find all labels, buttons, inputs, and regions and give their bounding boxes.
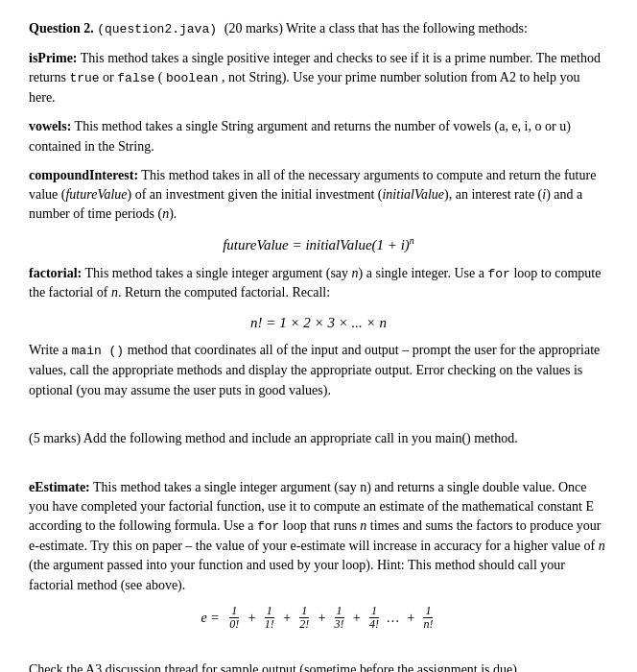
plus1: + (248, 611, 256, 625)
compound-label: compoundInterest: (29, 168, 138, 182)
e-formula-block: e = 1 0! + 1 1! + 1 2! + 1 3! + 1 4! … +… (29, 605, 608, 631)
isprime-section: isPrime: This method takes a single posi… (29, 49, 608, 108)
plus2: + (282, 611, 291, 625)
frac-3: 1 3! (333, 605, 346, 631)
frac-1: 1 1! (263, 605, 276, 631)
compound-desc3: ), an interest rate ( (444, 187, 542, 202)
frac-0-den: 0! (227, 618, 241, 631)
vowels-desc: This method takes a single String argume… (29, 119, 571, 153)
ellipsis: … (388, 611, 399, 625)
factorial-n1: n (352, 266, 359, 280)
question-title: Question 2. (question2.java) (20 marks) … (29, 19, 608, 39)
eestimate-text: eEstimate: This method takes a single in… (29, 478, 608, 595)
main-text: Write a main () method that coordinates … (29, 341, 608, 399)
description: Write a class that has the following met… (286, 21, 528, 36)
factorial-for: for (487, 267, 509, 281)
filename: (question2.java) (97, 22, 224, 36)
question-header: Question 2. (question2.java) (20 marks) … (29, 19, 608, 39)
eestimate-section: eEstimate: This method takes a single in… (29, 478, 608, 595)
formula2-text: n! = 1 × 2 × 3 × ... × n (250, 315, 387, 330)
e-equals: e = (201, 611, 220, 625)
compound-desc2: ) of an investment given the initial inv… (128, 187, 383, 202)
page-container: Question 2. (question2.java) (20 marks) … (0, 0, 637, 672)
isprime-text: isPrime: This method takes a single posi… (29, 49, 608, 108)
plus5: + (406, 611, 414, 625)
vowels-section: vowels: This method takes a single Strin… (29, 117, 608, 156)
isprime-true: true (69, 71, 99, 85)
compound-text: compoundInterest: This method takes in a… (29, 166, 608, 225)
question-number: Question 2. (29, 21, 94, 36)
frac-0: 1 0! (227, 605, 241, 631)
main-write: Write a (29, 343, 72, 357)
factorial-desc2: ) a single integer. Use a (359, 266, 488, 280)
factorial-n2: n (111, 285, 118, 300)
isprime-paren: ( (158, 70, 163, 84)
isprime-label: isPrime: (29, 51, 78, 65)
frac-4-den: 4! (367, 618, 381, 631)
vowels-text: vowels: This method takes a single Strin… (29, 117, 608, 156)
frac-n: 1 n! (421, 605, 435, 631)
factorial-section: factorial: This method takes a single in… (29, 264, 608, 303)
formula1-text: futureValue = initialValue(1 + i)n (223, 237, 414, 252)
plus3: + (318, 611, 326, 625)
eestimate-n2: n (599, 539, 605, 553)
vowels-label: vowels: (29, 119, 71, 133)
isprime-boolean: boolean (166, 71, 219, 85)
formula1-block: futureValue = initialValue(1 + i)n (29, 234, 608, 256)
factorial-desc1: This method takes a single integer argum… (84, 266, 351, 280)
plus4: + (352, 611, 361, 625)
frac-n-den: n! (421, 618, 435, 631)
formula2-block: n! = 1 × 2 × 3 × ... × n (29, 313, 608, 334)
compound-section: compoundInterest: This method takes in a… (29, 166, 608, 225)
frac-3-den: 3! (333, 618, 346, 631)
marks: (20 marks) (224, 21, 286, 36)
frac-4-num: 1 (369, 605, 379, 618)
marks5-text: (5 marks) Add the following method and i… (29, 429, 608, 448)
isprime-or: or (103, 70, 117, 84)
frac-0-num: 1 (229, 605, 239, 618)
factorial-text: factorial: This method takes a single in… (29, 264, 608, 303)
factorial-label: factorial: (29, 266, 82, 280)
check-section: Check the A3 discussion thread for sampl… (29, 660, 608, 672)
frac-2-den: 2! (297, 618, 311, 631)
frac-2: 1 2! (297, 605, 311, 631)
compound-desc5: ). (169, 206, 177, 221)
eestimate-for: for (257, 519, 279, 534)
frac-4: 1 4! (367, 605, 381, 631)
isprime-false: false (117, 71, 154, 85)
eestimate-desc2: loop that runs (283, 518, 361, 533)
eestimate-label: eEstimate: (29, 480, 90, 494)
main-code: main () (72, 344, 125, 358)
main-section: Write a main () method that coordinates … (29, 341, 608, 399)
eestimate-desc4: (the argument passed into your function … (29, 558, 565, 591)
compound-futurevalue: futureValue (65, 187, 127, 202)
frac-3-num: 1 (335, 605, 344, 618)
frac-2-num: 1 (299, 605, 309, 618)
frac-1-num: 1 (265, 605, 274, 618)
compound-initialvalue: initialValue (382, 187, 444, 202)
factorial-desc4: . Return the computed factorial. Recall: (118, 285, 330, 300)
marks5-section: (5 marks) Add the following method and i… (29, 429, 608, 448)
frac-n-num: 1 (423, 605, 433, 618)
frac-1-den: 1! (263, 618, 276, 631)
check-text: Check the A3 discussion thread for sampl… (29, 660, 608, 672)
